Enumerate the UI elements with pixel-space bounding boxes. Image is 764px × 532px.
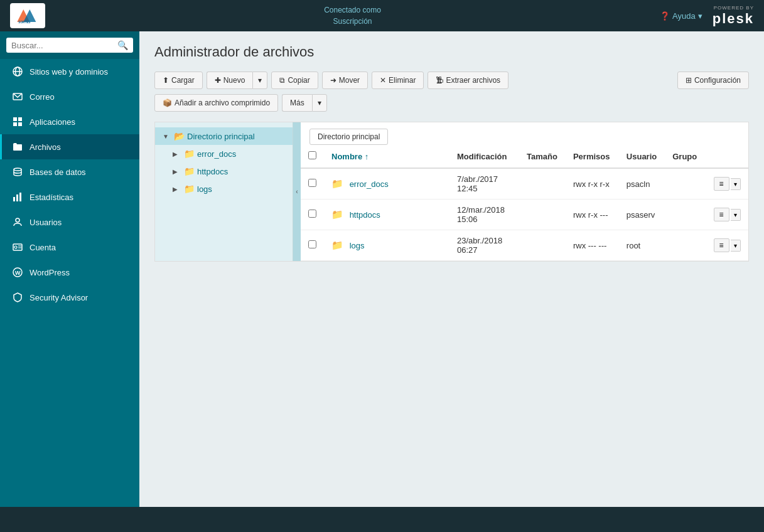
sidebar-label-files: Archivos — [30, 142, 61, 152]
tree-toggle-1[interactable]: ▶ — [173, 151, 181, 157]
help-button[interactable]: ❓ Ayuda ▾ — [660, 11, 702, 21]
row-action-btn-3[interactable]: ≡ — [714, 238, 729, 252]
sidebar: 🔍 Sitios web y dominios Correo Aplic — [0, 31, 139, 532]
breadcrumb-button[interactable]: Directorio principal — [309, 129, 388, 145]
copy-button[interactable]: ⧉ Copiar — [271, 72, 318, 89]
collapse-handle[interactable]: ‹ — [293, 122, 301, 261]
search-box: 🔍 — [0, 31, 139, 59]
col-size-label: Tamaño — [527, 152, 557, 161]
row-action-caret-1[interactable]: ▾ — [731, 178, 741, 190]
sidebar-item-stats[interactable]: Estadísticas — [0, 184, 139, 210]
compress-label: Añadir a archivo comprimido — [175, 98, 270, 107]
sidebar-label-users: Usuarios — [30, 218, 62, 227]
svg-point-12 — [14, 168, 21, 171]
svg-point-16 — [16, 218, 19, 222]
wp-icon: W — [12, 267, 23, 278]
row-name-1: 📁 error_docs — [324, 168, 449, 200]
select-all-checkbox[interactable] — [308, 151, 316, 159]
tree-item-error-docs[interactable]: ▶ 📁 error_docs — [155, 145, 293, 162]
sidebar-label-account: Cuenta — [30, 243, 56, 252]
sidebar-item-security[interactable]: Security Advisor — [0, 285, 139, 310]
content-area: ▼ 📂 Directorio principal ▶ 📁 error_docs … — [154, 122, 749, 262]
col-header-actions — [706, 145, 748, 168]
sidebar-label-apps: Aplicaciones — [30, 117, 75, 127]
new-dropdown-button[interactable]: ▾ — [252, 72, 267, 89]
logo[interactable]: SORTES — [10, 3, 45, 28]
tree-item-httpdocs[interactable]: ▶ 📁 httpdocs — [155, 162, 293, 180]
col-perms-label: Permisos — [573, 152, 610, 161]
row-checkbox-1[interactable] — [308, 179, 316, 187]
file-link-1[interactable]: error_docs — [350, 179, 389, 189]
row-perms-2: rwx r-x --- — [566, 200, 619, 230]
connected-label: Conectado como — [324, 6, 381, 14]
delete-button[interactable]: ✕ Eliminar — [372, 72, 424, 89]
help-icon: ❓ — [660, 11, 670, 21]
svg-text:SORTES: SORTES — [18, 21, 30, 24]
sidebar-item-account[interactable]: Cuenta — [0, 235, 139, 260]
sidebar-item-apps[interactable]: Aplicaciones — [0, 109, 139, 134]
sidebar-item-websites[interactable]: Sitios web y dominios — [0, 59, 139, 84]
globe-icon — [12, 66, 23, 77]
tree-toggle-3[interactable]: ▶ — [173, 186, 181, 193]
extract-button[interactable]: 🗜 Extraer archivos — [428, 72, 508, 89]
page-title: Administrador de archivos — [154, 44, 749, 60]
move-button[interactable]: ➜ Mover — [322, 72, 368, 89]
row-actions-1: ≡ ▾ — [706, 168, 748, 200]
copy-icon: ⧉ — [279, 76, 285, 85]
row-group-2 — [665, 200, 706, 230]
sidebar-item-files[interactable]: Archivos — [0, 134, 139, 159]
sidebar-item-email[interactable]: Correo — [0, 84, 139, 109]
row-checkbox-2[interactable] — [308, 210, 316, 218]
sidebar-item-wordpress[interactable]: W WordPress — [0, 260, 139, 285]
file-link-2[interactable]: httpdocs — [350, 210, 380, 220]
new-button[interactable]: ✚ Nuevo — [207, 72, 253, 89]
col-header-name[interactable]: Nombre ↑ — [324, 145, 449, 168]
sidebar-label-security: Security Advisor — [30, 293, 88, 302]
row-check-2 — [301, 200, 324, 230]
header: SORTES Conectado como Suscripción ❓ Ayud… — [0, 0, 764, 31]
row-action-caret-2[interactable]: ▾ — [731, 209, 741, 221]
row-checkbox-3[interactable] — [308, 240, 316, 248]
more-dropdown-button[interactable]: ▾ — [312, 94, 327, 112]
svg-rect-9 — [18, 117, 22, 121]
row-action-btn-2[interactable]: ≡ — [714, 208, 729, 221]
col-header-group: Grupo — [665, 145, 706, 168]
sidebar-item-databases[interactable]: Bases de datos — [0, 159, 139, 184]
folder-icon-1: 📁 — [331, 178, 343, 189]
row-mod-1: 7/abr./2017 12:45 — [449, 168, 519, 200]
row-name-3: 📁 logs — [324, 230, 449, 261]
tree-label-logs: logs — [197, 184, 212, 194]
file-link-3[interactable]: logs — [350, 241, 365, 250]
row-user-3: root — [619, 230, 665, 261]
upload-button[interactable]: ⬆ Cargar — [154, 72, 203, 89]
tree-root[interactable]: ▼ 📂 Directorio principal — [155, 127, 293, 145]
search-input[interactable] — [11, 41, 117, 50]
row-size-3 — [519, 230, 566, 261]
grid-icon — [12, 116, 23, 127]
compress-button[interactable]: 📦 Añadir a archivo comprimido — [154, 94, 278, 112]
search-input-wrap[interactable]: 🔍 — [6, 38, 133, 53]
col-group-label: Grupo — [672, 152, 697, 161]
settings-button[interactable]: ⊞ Configuración — [677, 72, 749, 89]
row-user-2: psaserv — [619, 200, 665, 230]
row-check-3 — [301, 230, 324, 261]
sidebar-item-users[interactable]: Usuarios — [0, 210, 139, 235]
svg-rect-10 — [13, 122, 17, 126]
settings-icon: ⊞ — [686, 76, 692, 85]
toolbar-right: ⊞ Configuración — [677, 72, 749, 89]
tree-toggle-root[interactable]: ▼ — [163, 133, 171, 140]
tree-item-logs[interactable]: ▶ 📁 logs — [155, 180, 293, 198]
col-header-size: Tamaño — [519, 145, 566, 168]
more-button[interactable]: Más — [282, 94, 312, 112]
sidebar-label-databases: Bases de datos — [30, 168, 86, 177]
row-mod-2: 12/mar./2018 15:06 — [449, 200, 519, 230]
row-perms-3: rwx --- --- — [566, 230, 619, 261]
row-actions-3: ≡ ▾ — [706, 230, 748, 261]
header-connection-info: Conectado como Suscripción — [324, 4, 381, 27]
col-name-label: Nombre — [331, 152, 362, 161]
compress-icon: 📦 — [163, 98, 172, 107]
row-action-btn-1[interactable]: ≡ — [714, 177, 729, 191]
table-row: 📁 error_docs 7/abr./2017 12:45 rwx r-x r… — [301, 168, 748, 200]
row-action-caret-3[interactable]: ▾ — [731, 240, 741, 252]
tree-toggle-2[interactable]: ▶ — [173, 168, 181, 175]
